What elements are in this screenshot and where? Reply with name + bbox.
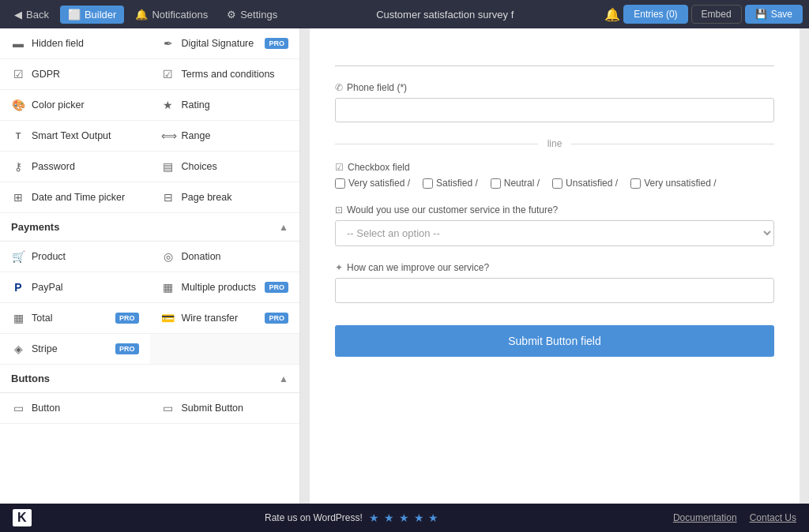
color-picker-icon: 🎨 bbox=[11, 99, 25, 111]
sidebar-item-gdpr[interactable]: ☑ GDPR bbox=[0, 59, 150, 90]
password-icon: ⚷ bbox=[11, 160, 25, 173]
top-stub-block bbox=[335, 47, 774, 66]
textarea-field-block: ✦ How can we improve our service? bbox=[335, 262, 774, 303]
checkbox-group: Very satisfied / Satisfied / Neutral / U… bbox=[335, 178, 774, 189]
sidebar-item-product[interactable]: 🛒 Product bbox=[0, 242, 150, 272]
checkbox-very-unsatisfied[interactable]: Very unsatisfied / bbox=[630, 178, 716, 189]
date-time-icon: ⊞ bbox=[11, 191, 25, 204]
buttons-label: Buttons bbox=[11, 373, 50, 384]
checkbox-very-satisfied-input[interactable] bbox=[335, 178, 345, 189]
phone-icon: ✆ bbox=[335, 82, 343, 93]
sidebar-item-submit-button[interactable]: ▭ Submit Button bbox=[150, 393, 300, 424]
checkbox-neutral[interactable]: Neutral / bbox=[491, 178, 540, 189]
sidebar-item-button[interactable]: ▭ Button bbox=[0, 393, 150, 424]
payments-label: Payments bbox=[11, 221, 59, 233]
smart-text-icon: T bbox=[11, 131, 25, 140]
sidebar-item-rating[interactable]: ★ Rating bbox=[150, 90, 300, 121]
bottom-links: Documentation Contact Us bbox=[673, 512, 796, 523]
checkbox-very-unsatisfied-input[interactable] bbox=[630, 178, 641, 189]
textarea-input[interactable] bbox=[335, 278, 774, 303]
sidebar-item-wire-transfer[interactable]: 💳 Wire transfer PRO bbox=[150, 303, 300, 334]
submit-button-icon: ▭ bbox=[161, 402, 175, 414]
top-stub-input[interactable] bbox=[335, 47, 774, 66]
sidebar-item-page-break[interactable]: ⊟ Page break bbox=[150, 182, 300, 213]
top-nav-right: 🔔 Entries (0) Embed 💾 Save bbox=[604, 5, 803, 24]
payments-grid: 🛒 Product ◎ Donation P PayPal ▦ Multiple… bbox=[0, 242, 299, 365]
buttons-collapse-icon: ▲ bbox=[279, 373, 288, 384]
field-grid: ▬ Hidden field ✒ Digital Signature PRO ☑… bbox=[0, 28, 299, 213]
settings-button[interactable]: ⚙ Settings bbox=[219, 6, 285, 24]
checkbox-satisfied-input[interactable] bbox=[423, 178, 433, 189]
payments-collapse-icon: ▲ bbox=[279, 222, 288, 233]
entries-button[interactable]: Entries (0) bbox=[623, 5, 687, 24]
donation-icon: ◎ bbox=[161, 250, 175, 263]
phone-field-block: ✆ Phone field (*) bbox=[335, 82, 774, 122]
phone-field-input[interactable] bbox=[335, 98, 774, 122]
builder-button[interactable]: ⬜ Builder bbox=[60, 6, 124, 24]
hidden-field-icon: ▬ bbox=[11, 37, 25, 50]
textarea-field-label: ✦ How can we improve our service? bbox=[335, 262, 774, 273]
choices-icon: ▤ bbox=[161, 160, 175, 173]
sidebar-item-choices[interactable]: ▤ Choices bbox=[150, 152, 300, 182]
divider-line-left bbox=[335, 144, 538, 144]
digital-signature-icon: ✒ bbox=[161, 37, 175, 50]
submit-button-field[interactable]: Submit Button field bbox=[335, 325, 774, 357]
back-button[interactable]: ◀ Back bbox=[6, 6, 57, 24]
sidebar-item-hidden-field[interactable]: ▬ Hidden field bbox=[0, 28, 150, 59]
rating-icon: ★ bbox=[161, 99, 175, 111]
button-icon: ▭ bbox=[11, 402, 25, 414]
notifications-button[interactable]: 🔔 Notifications bbox=[127, 6, 216, 24]
sidebar-item-smart-text[interactable]: T Smart Text Output bbox=[0, 121, 150, 152]
form-divider: line bbox=[335, 138, 774, 149]
paypal-icon: P bbox=[11, 281, 25, 294]
form-title: Customer satisfaction survey f bbox=[288, 9, 601, 21]
sidebar: ▬ Hidden field ✒ Digital Signature PRO ☑… bbox=[0, 28, 300, 532]
sidebar-item-range[interactable]: ⟺ Range bbox=[150, 121, 300, 152]
builder-icon: ⬜ bbox=[68, 9, 81, 21]
sidebar-item-donation[interactable]: ◎ Donation bbox=[150, 242, 300, 272]
buttons-section-header[interactable]: Buttons ▲ bbox=[0, 365, 299, 393]
terms-icon: ☑ bbox=[161, 68, 175, 81]
checkbox-unsatisfied[interactable]: Unsatisfied / bbox=[552, 178, 618, 189]
sidebar-item-stripe[interactable]: ◈ Stripe PRO bbox=[0, 334, 150, 365]
star-rating[interactable]: ★ ★ ★ ★ ★ bbox=[369, 511, 440, 524]
top-nav: ◀ Back ⬜ Builder 🔔 Notifications ⚙ Setti… bbox=[0, 0, 809, 28]
checkbox-unsatisfied-input[interactable] bbox=[552, 178, 563, 189]
payments-section-header[interactable]: Payments ▲ bbox=[0, 213, 299, 242]
sidebar-item-total[interactable]: ▦ Total PRO bbox=[0, 303, 150, 334]
documentation-link[interactable]: Documentation bbox=[673, 512, 737, 523]
gear-icon: ⚙ bbox=[227, 9, 236, 21]
phone-field-label: ✆ Phone field (*) bbox=[335, 82, 774, 93]
bell-icon: 🔔 bbox=[135, 9, 148, 21]
select-field-block: ⊡ Would you use our customer service in … bbox=[335, 204, 774, 246]
bottom-bar: K Rate us on WordPress! ★ ★ ★ ★ ★ Docume… bbox=[0, 504, 809, 532]
rate-us-text: Rate us on WordPress! bbox=[265, 512, 363, 523]
select-input[interactable]: -- Select an option -- bbox=[335, 220, 774, 246]
divider-text: line bbox=[547, 138, 563, 149]
range-icon: ⟺ bbox=[161, 129, 175, 142]
save-icon: 💾 bbox=[755, 9, 767, 20]
multiple-products-icon: ▦ bbox=[161, 281, 175, 294]
entries-label: Entries (0) bbox=[634, 9, 677, 20]
checkbox-field-block: ☑ Checkbox field Very satisfied / Satisf… bbox=[335, 162, 774, 189]
embed-button[interactable]: Embed bbox=[691, 5, 742, 24]
rate-us-section: Rate us on WordPress! ★ ★ ★ ★ ★ bbox=[265, 511, 439, 524]
checkbox-satisfied[interactable]: Satisfied / bbox=[423, 178, 478, 189]
sidebar-item-multiple-products[interactable]: ▦ Multiple products PRO bbox=[150, 272, 300, 303]
sidebar-item-color-picker[interactable]: 🎨 Color picker bbox=[0, 90, 150, 121]
textarea-icon: ✦ bbox=[335, 262, 343, 273]
sidebar-item-terms-conditions[interactable]: ☑ Terms and conditions bbox=[150, 59, 300, 90]
contact-us-link[interactable]: Contact Us bbox=[750, 512, 796, 523]
select-field-label: ⊡ Would you use our customer service in … bbox=[335, 204, 774, 215]
notifications-label: Notifications bbox=[152, 9, 208, 21]
checkbox-very-satisfied[interactable]: Very satisfied / bbox=[335, 178, 410, 189]
sidebar-item-date-time[interactable]: ⊞ Date and Time picker bbox=[0, 182, 150, 213]
sidebar-item-empty bbox=[150, 334, 300, 365]
checkbox-neutral-input[interactable] bbox=[491, 178, 501, 189]
save-button[interactable]: 💾 Save bbox=[745, 5, 803, 24]
logo: K bbox=[13, 509, 32, 526]
sidebar-item-digital-signature[interactable]: ✒ Digital Signature PRO bbox=[150, 28, 300, 59]
sidebar-item-password[interactable]: ⚷ Password bbox=[0, 152, 150, 182]
sidebar-item-paypal[interactable]: P PayPal bbox=[0, 272, 150, 303]
divider-line-right bbox=[571, 144, 774, 144]
